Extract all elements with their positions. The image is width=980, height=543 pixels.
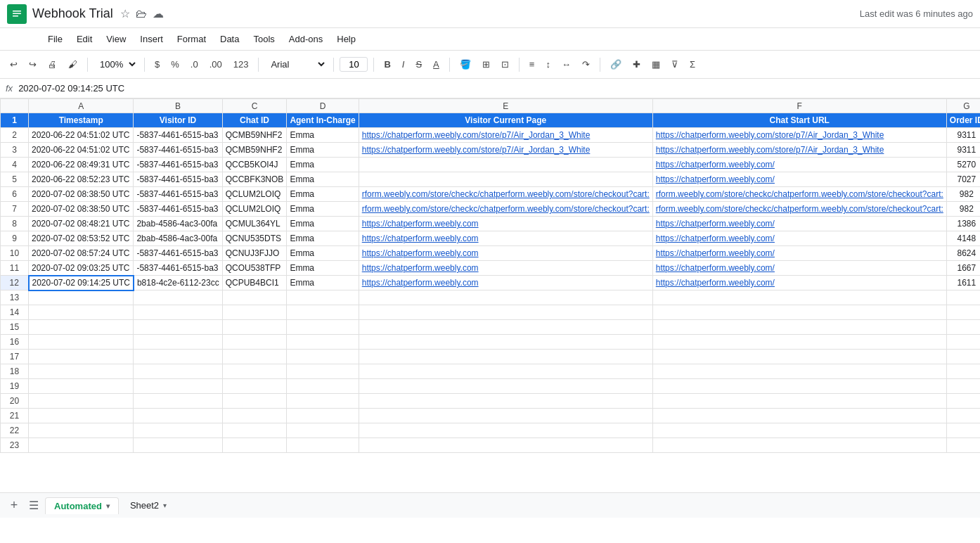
undo-button[interactable]: ↩ bbox=[6, 56, 22, 72]
cell-9-e[interactable]: https://chatperform.weebly.com bbox=[359, 231, 652, 246]
cell-3-f[interactable]: https://chatperform.weebly.com/store/p7/… bbox=[652, 143, 946, 158]
cell-5-c[interactable]: QCCBFK3NOB bbox=[222, 172, 287, 187]
col-header-d[interactable]: D bbox=[287, 99, 359, 113]
print-button[interactable]: 🖨 bbox=[44, 56, 61, 72]
col-header-a[interactable]: A bbox=[29, 99, 134, 113]
cell-5-a[interactable]: 2020-06-22 08:52:23 UTC bbox=[29, 172, 134, 187]
cell-8-a[interactable]: 2020-07-02 08:48:21 UTC bbox=[29, 217, 134, 231]
empty-cell[interactable] bbox=[29, 290, 134, 305]
cell-7-a[interactable]: 2020-07-02 08:38:50 UTC bbox=[29, 202, 134, 217]
cell-6-b[interactable]: -5837-4461-6515-ba3 bbox=[134, 187, 222, 202]
empty-cell[interactable] bbox=[359, 305, 652, 320]
cell-12-d[interactable]: Emma bbox=[287, 276, 359, 290]
function-button[interactable]: Σ bbox=[685, 56, 699, 72]
cell-2-e[interactable]: https://chatperform.weebly.com/store/p7/… bbox=[359, 128, 652, 143]
empty-cell[interactable] bbox=[359, 438, 652, 453]
table-row[interactable]: 62020-07-02 08:38:50 UTC-5837-4461-6515-… bbox=[1, 187, 981, 202]
cell-2-a[interactable]: 2020-06-22 04:51:02 UTC bbox=[29, 128, 134, 143]
cell-4-b[interactable]: -5837-4461-6515-ba3 bbox=[134, 158, 222, 172]
cell-2-f[interactable]: https://chatperform.weebly.com/store/p7/… bbox=[652, 128, 946, 143]
bold-button[interactable]: B bbox=[380, 56, 394, 72]
empty-cell[interactable] bbox=[287, 394, 359, 409]
empty-cell[interactable] bbox=[946, 438, 980, 453]
wrap-button[interactable]: ↔ bbox=[557, 56, 575, 72]
folder-icon[interactable]: 🗁 bbox=[136, 8, 147, 20]
font-select[interactable]: Arial Times New Roman bbox=[264, 56, 328, 72]
header-visitorid[interactable]: Visitor ID bbox=[134, 113, 222, 128]
empty-cell[interactable] bbox=[222, 409, 287, 423]
cell-7-c[interactable]: QCLUM2LOIQ bbox=[222, 202, 287, 217]
sheet-list-button[interactable]: ☰ bbox=[25, 497, 42, 514]
menu-view[interactable]: View bbox=[101, 31, 131, 47]
menu-insert[interactable]: Insert bbox=[134, 31, 169, 47]
empty-cell[interactable] bbox=[222, 394, 287, 409]
cell-2-g[interactable]: 9311 bbox=[946, 128, 980, 143]
cell-4-e[interactable] bbox=[359, 158, 652, 172]
empty-cell[interactable] bbox=[134, 394, 222, 409]
cell-10-f[interactable]: https://chatperform.weebly.com/ bbox=[652, 246, 946, 261]
empty-cell[interactable] bbox=[359, 290, 652, 305]
empty-cell[interactable] bbox=[652, 305, 946, 320]
empty-cell[interactable] bbox=[359, 423, 652, 438]
header-orderid[interactable]: Order ID bbox=[946, 113, 980, 128]
empty-cell[interactable] bbox=[359, 379, 652, 394]
empty-cell[interactable] bbox=[29, 320, 134, 335]
empty-cell[interactable] bbox=[222, 438, 287, 453]
menu-format[interactable]: Format bbox=[172, 31, 212, 47]
cell-3-e[interactable]: https://chatperform.weebly.com/store/p7/… bbox=[359, 143, 652, 158]
empty-cell[interactable] bbox=[29, 364, 134, 379]
cell-7-g[interactable]: 982 bbox=[946, 202, 980, 217]
cell-9-a[interactable]: 2020-07-02 08:53:52 UTC bbox=[29, 231, 134, 246]
cell-12-g[interactable]: 1611 bbox=[946, 276, 980, 290]
header-agent[interactable]: Agent In-Charge bbox=[287, 113, 359, 128]
cell-7-e[interactable]: rform.weebly.com/store/checkc/chatperfor… bbox=[359, 202, 652, 217]
cell-10-g[interactable]: 8624 bbox=[946, 246, 980, 261]
underline-button[interactable]: A bbox=[429, 56, 444, 72]
empty-cell[interactable] bbox=[359, 350, 652, 364]
cell-7-f[interactable]: rform.weebly.com/store/checkc/chatperfor… bbox=[652, 202, 946, 217]
empty-cell[interactable] bbox=[287, 409, 359, 423]
empty-cell[interactable] bbox=[946, 320, 980, 335]
percent-button[interactable]: % bbox=[167, 56, 183, 72]
empty-cell[interactable] bbox=[946, 290, 980, 305]
cell-9-d[interactable]: Emma bbox=[287, 231, 359, 246]
zoom-select[interactable]: 100% 75% 125% bbox=[94, 56, 138, 72]
cell-11-f[interactable]: https://chatperform.weebly.com/ bbox=[652, 261, 946, 276]
cell-11-d[interactable]: Emma bbox=[287, 261, 359, 276]
merge-button[interactable]: ⊡ bbox=[497, 56, 513, 72]
cell-6-c[interactable]: QCLUM2LOIQ bbox=[222, 187, 287, 202]
filter-button[interactable]: ⊽ bbox=[667, 56, 683, 72]
borders-button[interactable]: ⊞ bbox=[478, 56, 494, 72]
cell-11-c[interactable]: QCOU538TFP bbox=[222, 261, 287, 276]
cell-9-f[interactable]: https://chatperform.weebly.com/ bbox=[652, 231, 946, 246]
menu-file[interactable]: File bbox=[42, 31, 68, 47]
col-header-g[interactable]: G bbox=[946, 99, 980, 113]
empty-cell[interactable] bbox=[134, 409, 222, 423]
empty-cell[interactable] bbox=[29, 379, 134, 394]
cell-8-f[interactable]: https://chatperform.weebly.com/ bbox=[652, 217, 946, 231]
empty-cell[interactable] bbox=[29, 409, 134, 423]
col-header-b[interactable]: B bbox=[134, 99, 222, 113]
empty-cell[interactable] bbox=[946, 335, 980, 350]
empty-cell[interactable] bbox=[652, 320, 946, 335]
cell-2-c[interactable]: QCMB59NHF2 bbox=[222, 128, 287, 143]
cell-9-g[interactable]: 4148 bbox=[946, 231, 980, 246]
cell-2-b[interactable]: -5837-4461-6515-ba3 bbox=[134, 128, 222, 143]
empty-cell[interactable] bbox=[946, 394, 980, 409]
sheet-scroll-area[interactable]: A B C D E F G H 1 Timestamp Visitor ID C… bbox=[0, 98, 980, 492]
empty-cell[interactable] bbox=[134, 290, 222, 305]
empty-cell[interactable] bbox=[946, 379, 980, 394]
italic-button[interactable]: I bbox=[398, 56, 409, 72]
cell-12-e[interactable]: https://chatperform.weebly.com bbox=[359, 276, 652, 290]
empty-cell[interactable] bbox=[287, 320, 359, 335]
empty-cell[interactable] bbox=[222, 379, 287, 394]
table-row[interactable]: 32020-06-22 04:51:02 UTC-5837-4461-6515-… bbox=[1, 143, 981, 158]
empty-cell[interactable] bbox=[652, 335, 946, 350]
empty-cell[interactable] bbox=[946, 423, 980, 438]
col-header-f[interactable]: F bbox=[652, 99, 946, 113]
menu-data[interactable]: Data bbox=[214, 31, 245, 47]
empty-cell[interactable] bbox=[359, 394, 652, 409]
strikethrough-button[interactable]: S bbox=[411, 56, 426, 72]
empty-cell[interactable] bbox=[222, 305, 287, 320]
cell-3-b[interactable]: -5837-4461-6515-ba3 bbox=[134, 143, 222, 158]
